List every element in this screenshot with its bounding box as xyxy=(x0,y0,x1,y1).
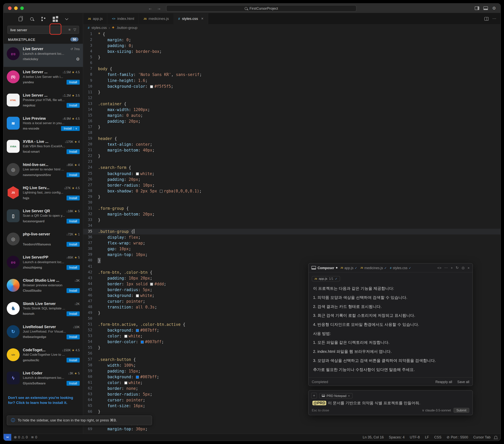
install-button[interactable]: Install xyxy=(67,103,80,108)
close-window-button[interactable] xyxy=(8,6,12,10)
install-button[interactable]: Install xyxy=(67,195,80,200)
add-context-button[interactable]: + xyxy=(311,393,317,399)
install-button[interactable]: Install xyxy=(67,381,80,386)
extension-item[interactable]: ((•))Live ServerPP↓65K★5Launch a develop… xyxy=(3,252,83,275)
install-button[interactable]: Install xyxy=(67,311,80,316)
status-cursor-tab[interactable]: Cursor Tab xyxy=(473,435,490,439)
esc-to-close-hint[interactable]: Esc to close xyxy=(312,408,329,412)
refresh-icon[interactable]: ↻ xyxy=(456,266,459,270)
close-icon[interactable]: × xyxy=(468,266,470,270)
remote-indicator[interactable]: >< xyxy=(3,434,11,441)
breadcrumb-file[interactable]: styles.css xyxy=(91,26,107,30)
prd-notepad-chip[interactable]: PRD Notepad × xyxy=(319,393,353,398)
color-swatch xyxy=(160,190,162,193)
install-button[interactable]: Install xyxy=(67,334,80,339)
extension-item[interactable]: ◎php-live-server↓72K★1TeodoroVIllanuevaI… xyxy=(3,229,83,252)
extension-item[interactable]: ♞Slonik Live Server↓2KTests Slonik SQL t… xyxy=(3,298,83,322)
tab-index.html[interactable]: <>index.html xyxy=(108,13,139,24)
extensions-footer-link[interactable]: Don't see an extension you're looking fo… xyxy=(3,391,83,409)
editor-actions: ⋯ xyxy=(484,13,500,24)
toggle-panel-icon[interactable] xyxy=(484,6,488,10)
ports-status[interactable]: ≋ 0 xyxy=(31,435,37,439)
extension-item[interactable]: ◎html-live-ser...↓85K★4Live server to re… xyxy=(3,160,83,183)
install-button[interactable]: Install xyxy=(67,172,80,177)
source-control-icon[interactable] xyxy=(41,16,46,21)
save-all-button[interactable]: Save all xyxy=(457,380,469,384)
remove-chip-icon[interactable]: × xyxy=(348,394,350,397)
reapply-all-button[interactable]: Reapply all xyxy=(435,380,452,384)
breadcrumb[interactable]: # styles.css › ❖ .button-group xyxy=(83,24,501,31)
prd-mention-token[interactable]: @PRD xyxy=(312,401,326,405)
extension-item[interactable]: ▯Live Server QR↓18K★5Scan a QR Code to o… xyxy=(3,206,83,229)
marketplace-section-header[interactable]: MARKETPLACE 50 xyxy=(3,37,83,44)
tab-styles.css[interactable]: #styles.css× xyxy=(174,13,208,24)
composer-file-chip[interactable]: JSapp.js✓ xyxy=(341,266,357,270)
back-icon[interactable]: ← xyxy=(148,6,152,11)
install-button[interactable]: Install xyxy=(67,288,80,293)
zoom-window-button[interactable] xyxy=(20,6,24,10)
install-button[interactable]: Install xyxy=(67,242,80,247)
forward-icon[interactable]: → xyxy=(157,6,161,11)
target-icon[interactable]: ◎ xyxy=(462,266,465,270)
install-button[interactable]: Install xyxy=(67,80,80,85)
notification-toast[interactable]: ⓘ To hide the sidebar, use the icon in t… xyxy=(7,415,152,425)
composer-header: Composer JSapp.js✓JSmedicines.js✓#styles… xyxy=(309,263,473,272)
tab-app.js[interactable]: JSapp.js xyxy=(83,13,108,24)
extension-item[interactable]: ≋Live Preview↓6.9M★4.5Hosts a local serv… xyxy=(3,113,83,136)
prompt-text[interactable]: @PRD이 문서를 기반으로 의약품 식별 프로젝트를 만들어줘. xyxy=(309,400,473,408)
status-port[interactable]: ⊘Port : 5500 xyxy=(447,435,468,439)
downloads-icon: ↓10K xyxy=(73,325,80,328)
extensions-search-input[interactable]: live server ≡ ▽ xyxy=(7,26,79,34)
extension-item[interactable]: (5)Live Server ...↓1.5M★4.5A better Live… xyxy=(3,67,83,90)
extension-item[interactable]: XVBAXVBA - Live ...↓170K★4Edit VBA files… xyxy=(3,136,83,159)
notifications-bell-icon[interactable] xyxy=(494,436,497,438)
status-cursor-position[interactable]: Ln 35, Col 16 xyxy=(362,435,384,439)
install-button[interactable]: Install∨ xyxy=(61,126,80,131)
extension-item[interactable]: JSHQ Live Serv...↓27K★4.5Lightning fast,… xyxy=(3,183,83,206)
notification-text: To hide the sidebar, use the icon in the… xyxy=(18,418,117,423)
problems-status[interactable]: ⊗ 0 ⚠ 0 xyxy=(14,435,28,439)
toggle-secondary-sidebar-icon[interactable] xyxy=(475,6,479,10)
explorer-icon[interactable] xyxy=(18,17,23,21)
manage-extension-gear-icon[interactable]: ⚙ xyxy=(76,57,80,61)
filter-icon[interactable]: ▽ xyxy=(73,28,76,32)
breadcrumb-symbol[interactable]: .button-group xyxy=(116,26,137,30)
split-editor-icon[interactable] xyxy=(484,17,488,20)
model-selector[interactable]: ∨ claude-3.5-sonnet xyxy=(422,408,451,412)
search-icon[interactable] xyxy=(29,17,35,21)
install-button[interactable]: Install xyxy=(67,358,80,363)
close-tab-icon[interactable]: × xyxy=(201,16,203,21)
applied-file-chip[interactable]: JS app.js 1/1 ✓ xyxy=(312,276,340,281)
status-language-mode[interactable]: CSS xyxy=(434,435,441,439)
install-button[interactable]: Install xyxy=(67,149,80,154)
command-center-search[interactable]: FirstCursorProject xyxy=(166,5,357,12)
composer-tab[interactable]: Composer xyxy=(311,266,338,270)
status-encoding[interactable]: UTF-8 xyxy=(410,435,420,439)
extension-item[interactable]: ϟLive Coder↓3K★5Launch a development loc… xyxy=(3,368,83,391)
extension-item[interactable]: HTMLLive Server ...↓1.2M★3.5Preview your… xyxy=(3,90,83,113)
install-button[interactable]: Install xyxy=(67,219,80,223)
status-indentation[interactable]: Spaces: 4 xyxy=(389,435,405,439)
composer-file-chip[interactable]: #styles.css✓ xyxy=(390,266,411,270)
submit-button[interactable]: Submit xyxy=(453,408,469,413)
add-icon[interactable]: + xyxy=(451,266,453,270)
tab-medicines.js[interactable]: JSmedicines.js xyxy=(139,13,174,24)
extension-item[interactable]: </>CodeToget...↓150K★4.5Add CodeTogether… xyxy=(3,345,83,368)
status-eol[interactable]: LF xyxy=(425,435,429,439)
install-button[interactable]: Install xyxy=(67,265,80,270)
chevron-down-icon[interactable] xyxy=(64,18,69,20)
extension-item[interactable]: Cloud Studio Live ...↓3KBrowser preview … xyxy=(3,275,83,298)
code-icon[interactable]: <> xyxy=(437,266,441,270)
install-dropdown-icon[interactable]: ∨ xyxy=(73,127,77,130)
settings-gear-icon[interactable]: ⚙ xyxy=(492,6,496,10)
extension-item[interactable]: ↻LiveReload Server↓10KJust LiveReload. F… xyxy=(3,322,83,345)
css-file-icon: # xyxy=(88,26,90,29)
minimize-window-button[interactable] xyxy=(14,6,18,10)
extension-item[interactable]: ((•))Live Server↺7msLaunch a development… xyxy=(3,44,83,67)
sort-icon[interactable]: ≡ xyxy=(69,28,71,32)
more-icon[interactable]: ⋯ xyxy=(444,266,448,270)
more-actions-icon[interactable]: ⋯ xyxy=(492,16,497,21)
rating-star-icon: ★ xyxy=(72,70,74,74)
composer-file-chip[interactable]: JSmedicines.js✓ xyxy=(360,266,387,270)
js-file-icon: JS xyxy=(341,267,343,269)
